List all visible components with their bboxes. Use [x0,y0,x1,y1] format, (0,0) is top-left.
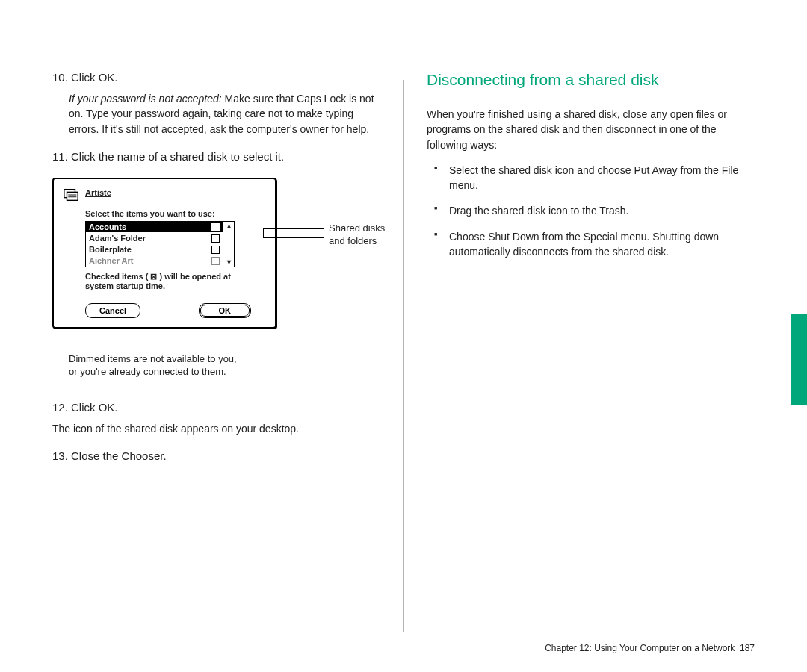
callout-line [263,228,264,237]
step-10-emphasis: If your password is not accepted: [69,93,222,105]
scroll-up-icon[interactable]: ▴ [223,222,234,231]
figure-caption: Dimmed items are not available to you, o… [69,352,381,379]
scroll-down-icon[interactable]: ▾ [223,258,234,267]
list-item: Choose Shut Down from the Special menu. … [449,229,755,260]
checkbox-icon[interactable] [211,234,220,243]
list-item[interactable]: Accounts [86,222,223,233]
step-12-heading: 12. Click OK. [52,401,381,414]
step-10-body: If your password is not accepted: Make s… [69,91,381,137]
list-item: Aichner Art [86,255,223,267]
dialog-figure: Artiste Select the items you want to use… [52,178,381,342]
cancel-button[interactable]: Cancel [85,303,140,318]
chooser-dialog: Artiste Select the items you want to use… [52,178,276,329]
list-item: Select the shared disk icon and choose P… [449,163,755,193]
checkbox-icon[interactable] [211,223,220,231]
checkbox-icon[interactable] [211,246,220,254]
callout-line [263,228,324,229]
section-heading: Disconnecting from a shared disk [427,71,755,89]
step-12-body: The icon of the shared disk appears on y… [52,421,381,436]
disk-list[interactable]: Accounts Adam's Folder Boilerplate Aichn… [85,221,235,267]
dialog-title: Artiste [85,188,111,197]
scrollbar[interactable]: ▴ ▾ [223,222,234,267]
step-10-heading: 10. Click OK. [52,71,381,84]
callout-line [263,237,324,238]
intro-paragraph: When you're finished using a shared disk… [427,107,755,152]
step-13-heading: 13. Close the Chooser. [52,449,381,462]
step-11-heading: 11. Click the name of a shared disk to s… [52,150,381,163]
list-item: Drag the shared disk icon to the Trash. [449,203,755,218]
ok-button[interactable]: OK [199,303,252,318]
svg-rect-1 [67,192,78,200]
page-footer: Chapter 12: Using Your Computer on a Net… [545,643,755,653]
list-item[interactable]: Boilerplate [86,244,223,255]
list-item[interactable]: Adam's Folder [86,233,223,244]
checkbox-icon [211,257,220,265]
thumb-tab [791,314,807,405]
callout-label: Shared disks and folders [329,223,411,248]
server-icon [63,187,79,203]
dialog-prompt: Select the items you want to use: [85,209,266,218]
dialog-note: Checked items ( ⊠ ) will be opened at sy… [85,272,266,291]
disconnect-options: Select the shared disk icon and choose P… [427,163,755,259]
